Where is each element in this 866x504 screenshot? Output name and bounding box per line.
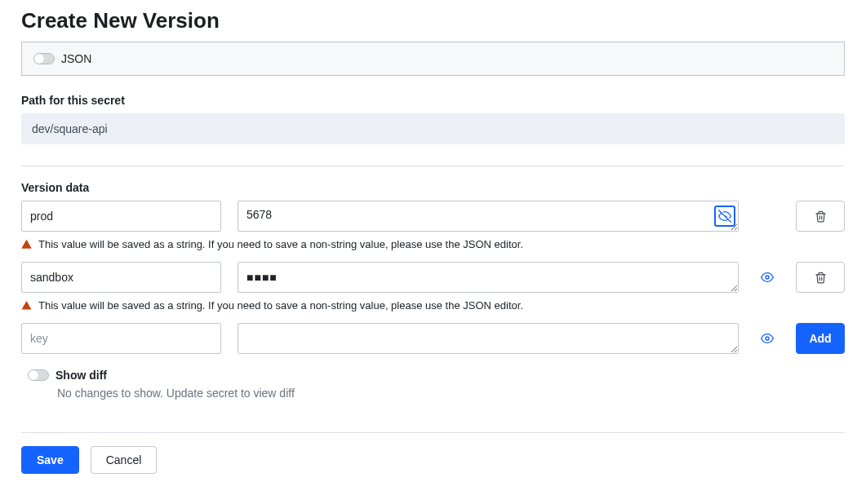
show-diff-block: Show diff No changes to show. Update sec…	[21, 369, 845, 400]
kv-row: ■■■■	[21, 262, 845, 293]
page-title: Create New Version	[21, 8, 845, 33]
json-toggle-box: JSON	[21, 42, 845, 76]
warning-icon	[21, 300, 32, 311]
action-row: Save Cancel	[21, 446, 845, 474]
warning-icon	[21, 239, 32, 250]
svg-point-1	[766, 276, 769, 279]
kv-row-new: Add	[21, 323, 845, 354]
svg-point-2	[766, 337, 769, 340]
value-input-new[interactable]	[238, 323, 739, 354]
toggle-knob	[29, 370, 38, 380]
path-input	[21, 113, 845, 144]
diff-hint: No changes to show. Update secret to vie…	[57, 387, 845, 400]
eye-off-icon[interactable]	[714, 206, 735, 227]
path-label: Path for this secret	[21, 94, 845, 107]
divider	[21, 432, 845, 433]
eye-icon[interactable]	[755, 262, 779, 293]
value-input[interactable]: 5678	[238, 201, 739, 232]
kv-row: 5678	[21, 201, 845, 232]
value-wrap	[238, 323, 739, 354]
trash-icon	[815, 210, 827, 223]
warning-text: This value will be saved as a string. If…	[38, 238, 523, 250]
eye-icon[interactable]	[755, 323, 779, 354]
json-toggle-label: JSON	[61, 52, 91, 65]
version-data-label: Version data	[21, 181, 845, 194]
json-toggle[interactable]	[33, 53, 55, 64]
delete-row-button[interactable]	[796, 201, 845, 232]
cancel-button[interactable]: Cancel	[91, 446, 158, 474]
key-input[interactable]	[21, 262, 221, 293]
string-warning: This value will be saved as a string. If…	[21, 238, 845, 250]
toggle-knob	[34, 54, 44, 64]
add-row-button[interactable]: Add	[796, 323, 845, 354]
key-input[interactable]	[21, 201, 221, 232]
save-button[interactable]: Save	[21, 446, 79, 474]
value-input-masked[interactable]: ■■■■	[238, 262, 739, 293]
value-wrap: ■■■■	[238, 262, 739, 293]
delete-row-button[interactable]	[796, 262, 845, 293]
key-input-new[interactable]	[21, 323, 221, 354]
warning-text: This value will be saved as a string. If…	[38, 299, 523, 312]
show-diff-toggle[interactable]	[28, 369, 49, 381]
string-warning: This value will be saved as a string. If…	[21, 299, 845, 312]
value-wrap: 5678	[238, 201, 739, 232]
trash-icon	[815, 272, 827, 284]
show-diff-label: Show diff	[56, 369, 107, 382]
divider	[21, 166, 845, 166]
